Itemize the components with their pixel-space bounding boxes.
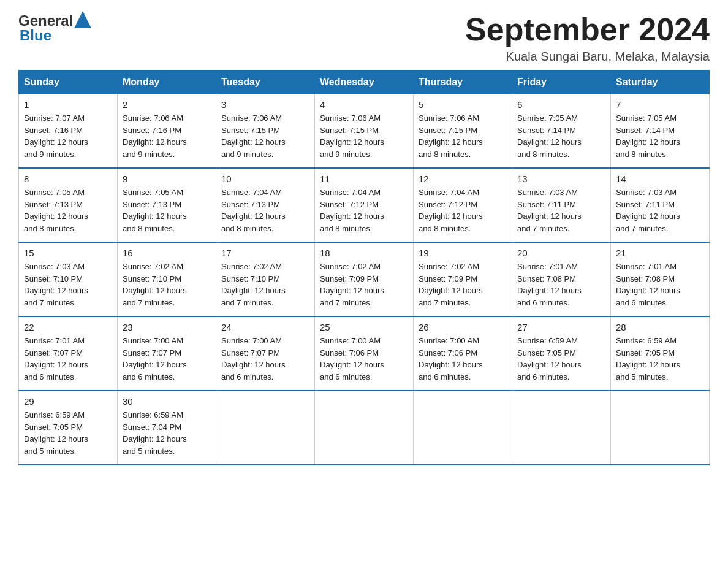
day-number: 13 [517, 174, 605, 184]
table-row: 6Sunrise: 7:05 AMSunset: 7:14 PMDaylight… [512, 94, 611, 169]
table-row: 24Sunrise: 7:00 AMSunset: 7:07 PMDayligh… [216, 316, 315, 391]
col-wednesday: Wednesday [315, 71, 414, 94]
table-row: 21Sunrise: 7:01 AMSunset: 7:08 PMDayligh… [611, 242, 710, 316]
day-number: 27 [517, 322, 605, 332]
day-number: 25 [320, 322, 408, 332]
table-row: 13Sunrise: 7:03 AMSunset: 7:11 PMDayligh… [512, 168, 611, 242]
day-info: Sunrise: 7:05 AMSunset: 7:13 PMDaylight:… [24, 186, 112, 234]
day-number: 8 [24, 174, 112, 184]
day-number: 19 [419, 248, 507, 258]
day-number: 3 [221, 99, 309, 110]
logo-blue-text: Blue [20, 27, 51, 44]
table-row: 12Sunrise: 7:04 AMSunset: 7:12 PMDayligh… [414, 168, 512, 242]
day-info: Sunrise: 7:04 AMSunset: 7:13 PMDaylight:… [221, 186, 309, 234]
calendar-week-row: 1Sunrise: 7:07 AMSunset: 7:16 PMDaylight… [19, 94, 710, 169]
day-info: Sunrise: 7:02 AMSunset: 7:09 PMDaylight:… [419, 261, 507, 308]
day-number: 17 [221, 248, 309, 258]
day-info: Sunrise: 7:02 AMSunset: 7:10 PMDaylight:… [123, 261, 211, 308]
table-row: 10Sunrise: 7:04 AMSunset: 7:13 PMDayligh… [216, 168, 315, 242]
day-info: Sunrise: 7:00 AMSunset: 7:07 PMDaylight:… [123, 335, 211, 383]
day-info: Sunrise: 6:59 AMSunset: 7:05 PMDaylight:… [517, 335, 605, 383]
calendar-table: Sunday Monday Tuesday Wednesday Thursday… [18, 70, 710, 465]
day-info: Sunrise: 7:00 AMSunset: 7:06 PMDaylight:… [419, 335, 507, 383]
table-row: 4Sunrise: 7:06 AMSunset: 7:15 PMDaylight… [315, 94, 414, 169]
table-row [414, 391, 512, 465]
day-number: 5 [419, 99, 507, 110]
day-number: 9 [123, 174, 211, 184]
table-row: 28Sunrise: 6:59 AMSunset: 7:05 PMDayligh… [611, 316, 710, 391]
col-thursday: Thursday [414, 71, 512, 94]
day-number: 7 [616, 99, 704, 110]
day-number: 15 [24, 248, 112, 258]
header: General Blue September 2024 Kuala Sungai… [18, 12, 710, 64]
day-info: Sunrise: 7:05 AMSunset: 7:13 PMDaylight:… [123, 186, 211, 234]
day-info: Sunrise: 7:01 AMSunset: 7:08 PMDaylight:… [517, 261, 605, 308]
day-number: 4 [320, 99, 408, 110]
day-number: 16 [123, 248, 211, 258]
day-info: Sunrise: 7:06 AMSunset: 7:15 PMDaylight:… [320, 112, 408, 160]
day-info: Sunrise: 7:04 AMSunset: 7:12 PMDaylight:… [320, 186, 408, 234]
col-sunday: Sunday [19, 71, 118, 94]
day-info: Sunrise: 7:06 AMSunset: 7:16 PMDaylight:… [123, 112, 211, 160]
table-row [315, 391, 414, 465]
table-row: 14Sunrise: 7:03 AMSunset: 7:11 PMDayligh… [611, 168, 710, 242]
day-info: Sunrise: 7:05 AMSunset: 7:14 PMDaylight:… [517, 112, 605, 160]
day-info: Sunrise: 7:01 AMSunset: 7:07 PMDaylight:… [24, 335, 112, 383]
table-row: 17Sunrise: 7:02 AMSunset: 7:10 PMDayligh… [216, 242, 315, 316]
day-number: 6 [517, 99, 605, 110]
table-row: 7Sunrise: 7:05 AMSunset: 7:14 PMDaylight… [611, 94, 710, 169]
day-info: Sunrise: 7:00 AMSunset: 7:06 PMDaylight:… [320, 335, 408, 383]
table-row: 5Sunrise: 7:06 AMSunset: 7:15 PMDaylight… [414, 94, 512, 169]
table-row: 9Sunrise: 7:05 AMSunset: 7:13 PMDaylight… [118, 168, 216, 242]
day-number: 29 [24, 396, 112, 407]
title-section: September 2024 Kuala Sungai Baru, Melaka… [465, 12, 710, 64]
day-info: Sunrise: 7:07 AMSunset: 7:16 PMDaylight:… [24, 112, 112, 160]
table-row [216, 391, 315, 465]
day-info: Sunrise: 6:59 AMSunset: 7:05 PMDaylight:… [24, 409, 112, 457]
day-info: Sunrise: 7:01 AMSunset: 7:08 PMDaylight:… [616, 261, 704, 308]
table-row: 30Sunrise: 6:59 AMSunset: 7:04 PMDayligh… [118, 391, 216, 465]
table-row: 18Sunrise: 7:02 AMSunset: 7:09 PMDayligh… [315, 242, 414, 316]
day-info: Sunrise: 7:05 AMSunset: 7:14 PMDaylight:… [616, 112, 704, 160]
day-info: Sunrise: 7:03 AMSunset: 7:11 PMDaylight:… [616, 186, 704, 234]
table-row: 29Sunrise: 6:59 AMSunset: 7:05 PMDayligh… [19, 391, 118, 465]
table-row: 8Sunrise: 7:05 AMSunset: 7:13 PMDaylight… [19, 168, 118, 242]
table-row: 27Sunrise: 6:59 AMSunset: 7:05 PMDayligh… [512, 316, 611, 391]
day-number: 26 [419, 322, 507, 332]
table-row: 23Sunrise: 7:00 AMSunset: 7:07 PMDayligh… [118, 316, 216, 391]
col-tuesday: Tuesday [216, 71, 315, 94]
table-row: 22Sunrise: 7:01 AMSunset: 7:07 PMDayligh… [19, 316, 118, 391]
calendar-week-row: 15Sunrise: 7:03 AMSunset: 7:10 PMDayligh… [19, 242, 710, 316]
location-subtitle: Kuala Sungai Baru, Melaka, Malaysia [465, 50, 710, 64]
day-info: Sunrise: 7:03 AMSunset: 7:11 PMDaylight:… [517, 186, 605, 234]
day-info: Sunrise: 7:04 AMSunset: 7:12 PMDaylight:… [419, 186, 507, 234]
day-number: 12 [419, 174, 507, 184]
logo-triangle-icon [74, 11, 91, 28]
table-row: 16Sunrise: 7:02 AMSunset: 7:10 PMDayligh… [118, 242, 216, 316]
table-row: 3Sunrise: 7:06 AMSunset: 7:15 PMDaylight… [216, 94, 315, 169]
day-info: Sunrise: 7:02 AMSunset: 7:09 PMDaylight:… [320, 261, 408, 308]
table-row: 26Sunrise: 7:00 AMSunset: 7:06 PMDayligh… [414, 316, 512, 391]
day-number: 28 [616, 322, 704, 332]
day-info: Sunrise: 7:03 AMSunset: 7:10 PMDaylight:… [24, 261, 112, 308]
day-number: 20 [517, 248, 605, 258]
day-number: 30 [123, 396, 211, 407]
table-row: 2Sunrise: 7:06 AMSunset: 7:16 PMDaylight… [118, 94, 216, 169]
table-row: 25Sunrise: 7:00 AMSunset: 7:06 PMDayligh… [315, 316, 414, 391]
calendar-week-row: 8Sunrise: 7:05 AMSunset: 7:13 PMDaylight… [19, 168, 710, 242]
day-info: Sunrise: 7:02 AMSunset: 7:10 PMDaylight:… [221, 261, 309, 308]
day-number: 10 [221, 174, 309, 184]
day-number: 24 [221, 322, 309, 332]
calendar-week-row: 22Sunrise: 7:01 AMSunset: 7:07 PMDayligh… [19, 316, 710, 391]
calendar-week-row: 29Sunrise: 6:59 AMSunset: 7:05 PMDayligh… [19, 391, 710, 465]
svg-marker-0 [74, 11, 91, 28]
table-row: 20Sunrise: 7:01 AMSunset: 7:08 PMDayligh… [512, 242, 611, 316]
month-title: September 2024 [465, 12, 710, 47]
day-number: 23 [123, 322, 211, 332]
table-row: 19Sunrise: 7:02 AMSunset: 7:09 PMDayligh… [414, 242, 512, 316]
calendar-header-row: Sunday Monday Tuesday Wednesday Thursday… [19, 71, 710, 94]
day-info: Sunrise: 7:00 AMSunset: 7:07 PMDaylight:… [221, 335, 309, 383]
col-monday: Monday [118, 71, 216, 94]
logo: General Blue [18, 12, 91, 44]
day-info: Sunrise: 6:59 AMSunset: 7:04 PMDaylight:… [123, 409, 211, 457]
